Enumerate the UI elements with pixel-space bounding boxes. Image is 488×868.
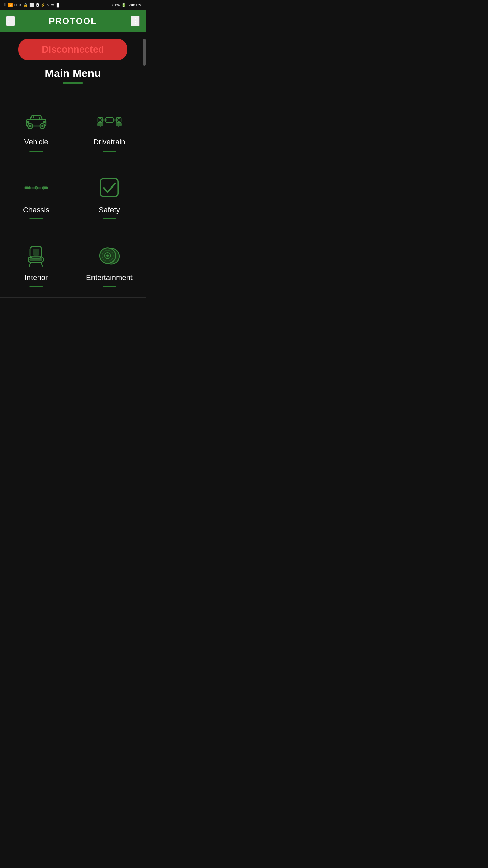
svg-rect-32 [100,179,118,196]
status-bar: ⠿ 📶 ✉ ☀ 🔒 ⬜ 🖼 ⚡ N ≋ ▐▌ 81% 🔋 6:48 PM [0,0,146,10]
clock: 6:48 PM [128,3,142,7]
vehicle-label: Vehicle [24,138,48,146]
svg-rect-20 [116,123,122,126]
svg-marker-26 [29,186,31,190]
display-icon: ⬜ [29,3,34,7]
more-options-button[interactable]: ⋮ [131,16,140,26]
battery-percent: 81% [112,3,120,7]
svg-marker-30 [41,186,43,190]
svg-rect-31 [44,186,48,189]
bluetooth-icon: ⚡ [41,3,45,7]
vehicle-underline [29,151,43,152]
network-bars: ▐▌ [55,3,61,7]
lock-icon: 🔒 [23,3,28,7]
mail-icon: ✉ [14,3,17,7]
svg-rect-12 [107,117,109,118]
interior-label: Interior [25,273,48,282]
svg-rect-19 [97,123,103,126]
menu-item-chassis[interactable]: Chassis [0,162,73,230]
svg-rect-13 [110,117,111,118]
interior-icon [24,243,48,268]
entertainment-underline [103,286,116,287]
safety-icon [97,176,122,200]
svg-rect-15 [110,122,111,123]
brightness-icon: ☀ [19,3,22,7]
svg-rect-25 [25,186,29,189]
wifi-icon: ≋ [51,3,54,7]
app-bar: ← PROTOOL ⋮ [0,10,146,32]
menu-item-drivetrain[interactable]: Drivetrain [73,94,146,162]
main-content: Disconnected Main Menu [0,39,146,298]
svg-rect-14 [107,122,109,123]
app-title: PROTOOL [49,16,97,26]
drivetrain-underline [103,151,116,152]
battery-icon: 🔋 [121,3,126,7]
chassis-underline [29,218,43,219]
status-icons-right: 81% 🔋 6:48 PM [112,3,142,7]
section-title: Main Menu [0,67,146,80]
status-icons-left: ⠿ 📶 ✉ ☀ 🔒 ⬜ 🖼 ⚡ N ≋ ▐▌ [4,3,61,7]
menu-item-vehicle[interactable]: Vehicle [0,94,73,162]
vehicle-icon [24,108,48,132]
safety-underline [103,218,116,219]
entertainment-icon [97,243,122,268]
svg-rect-5 [26,121,29,123]
entertainment-label: Entertainment [86,273,133,282]
svg-rect-36 [29,258,42,261]
connection-status-text: Disconnected [42,44,104,55]
svg-point-29 [36,187,37,189]
svg-rect-0 [26,119,46,126]
signal-icon: 📶 [8,3,13,7]
svg-line-38 [41,262,42,266]
scrollbar[interactable] [143,39,146,66]
svg-line-37 [29,262,31,266]
svg-point-9 [99,119,102,122]
svg-point-2 [29,125,31,127]
image-icon: 🖼 [36,3,39,7]
svg-rect-34 [33,249,39,256]
connection-status-banner[interactable]: Disconnected [18,39,128,60]
interior-underline [29,286,43,287]
drivetrain-icon [97,108,122,132]
back-button[interactable]: ← [6,16,15,26]
menu-grid: Vehicle [0,94,146,298]
notification-icon: ⠿ [4,3,7,7]
svg-point-45 [106,254,109,257]
menu-item-entertainment[interactable]: Entertainment [73,230,146,298]
safety-label: Safety [99,205,120,214]
chassis-icon [24,176,48,200]
drivetrain-label: Drivetrain [93,138,125,146]
svg-point-18 [117,119,120,122]
svg-point-4 [41,125,43,127]
menu-item-safety[interactable]: Safety [73,162,146,230]
chassis-label: Chassis [23,205,49,214]
menu-item-interior[interactable]: Interior [0,230,73,298]
svg-rect-6 [43,121,46,123]
nfc-icon: N [47,3,49,7]
title-underline [63,82,83,84]
